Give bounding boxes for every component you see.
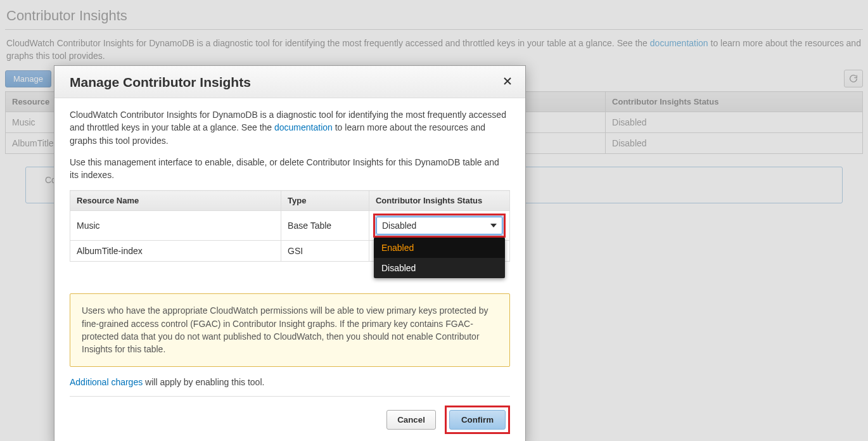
cell-resource-name: Music — [70, 211, 281, 241]
confirm-button[interactable]: Confirm — [449, 410, 506, 430]
cell-status: Disabled Enabled Disabled — [369, 211, 509, 241]
th-type: Type — [281, 191, 369, 211]
documentation-link[interactable]: documentation — [650, 38, 708, 48]
modal-instructions: Use this management interface to enable,… — [70, 156, 510, 182]
cell-status: Disabled — [606, 133, 863, 154]
th-status: Contributor Insights Status — [369, 191, 509, 211]
dropdown-menu: Enabled Disabled — [374, 238, 505, 278]
dropdown-option-disabled[interactable]: Disabled — [374, 258, 505, 278]
cell-type: Base Table — [281, 211, 369, 241]
modal-title: Manage Contributor Insights — [70, 75, 251, 90]
cancel-button[interactable]: Cancel — [386, 410, 436, 430]
refresh-button[interactable] — [844, 70, 863, 87]
close-icon — [502, 76, 513, 86]
dropdown-selected: Disabled — [382, 220, 416, 231]
status-dropdown[interactable]: Disabled — [376, 217, 502, 234]
modal-documentation-link[interactable]: documentation — [274, 122, 333, 132]
dropdown-option-enabled[interactable]: Enabled — [374, 238, 505, 258]
modal-body: CloudWatch Contributor Insights for Dyna… — [54, 98, 525, 441]
cell-status: Disabled — [606, 112, 863, 133]
modal-table: Resource Name Type Contributor Insights … — [70, 190, 510, 262]
modal-footer: Cancel Confirm — [70, 397, 510, 434]
additional-charges-link[interactable]: Additional charges — [70, 377, 143, 387]
charges-line: Additional charges will apply by enablin… — [70, 377, 510, 397]
modal-header: Manage Contributor Insights — [54, 66, 525, 98]
page-title: Contributor Insights — [0, 0, 868, 29]
highlight-box: Disabled — [373, 214, 506, 238]
manage-button[interactable]: Manage — [5, 70, 51, 87]
close-button[interactable] — [502, 76, 513, 89]
divider — [5, 29, 863, 30]
table-row: Music Base Table Disabled Enabled Disabl… — [70, 211, 510, 241]
cell-resource-name: AlbumTitle-index — [70, 241, 281, 262]
highlight-box: Confirm — [445, 406, 510, 434]
manage-contributor-insights-modal: Manage Contributor Insights CloudWatch C… — [54, 65, 526, 441]
chevron-down-icon — [490, 224, 497, 227]
refresh-icon — [848, 74, 858, 84]
cell-type: GSI — [281, 241, 369, 262]
charges-text: will apply by enabling this tool. — [143, 377, 264, 387]
modal-intro: CloudWatch Contributor Insights for Dyna… — [70, 108, 510, 147]
warning-box: Users who have the appropriate CloudWatc… — [70, 293, 510, 366]
bg-th-status: Contributor Insights Status — [606, 92, 863, 112]
th-resource-name: Resource Name — [70, 191, 281, 211]
description-pre: CloudWatch Contributor Insights for Dyna… — [6, 38, 650, 48]
